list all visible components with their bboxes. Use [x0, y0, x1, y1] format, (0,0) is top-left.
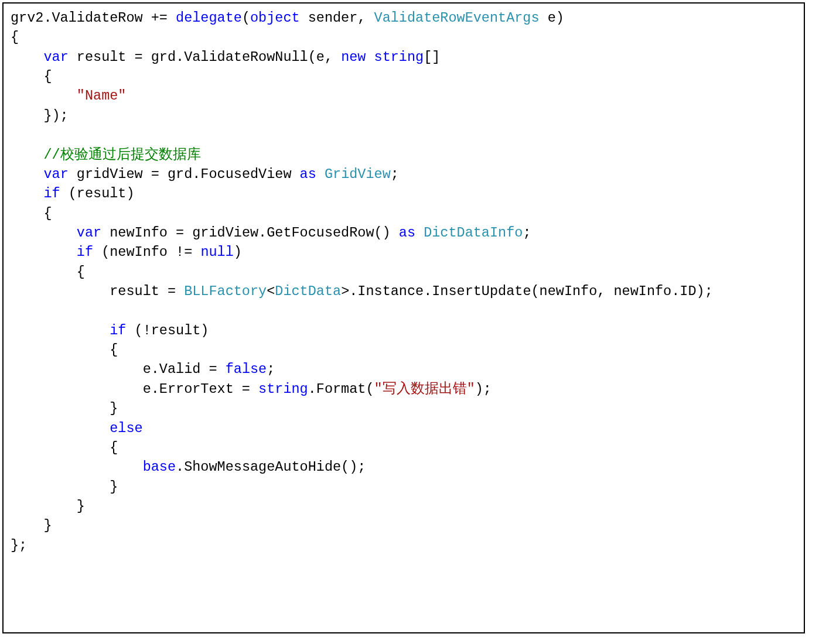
code-block: grv2.ValidateRow += delegate(object send…: [11, 8, 797, 555]
code-token: .Format(: [308, 381, 374, 397]
code-token: (!result): [126, 323, 209, 338]
code-token: if: [77, 244, 93, 260]
code-token: "Name": [77, 88, 127, 104]
code-token: e.Valid =: [11, 361, 226, 377]
code-token: ;: [267, 361, 275, 377]
code-token: object: [250, 10, 300, 26]
code-token: [11, 49, 43, 65]
code-token: new: [341, 49, 366, 65]
code-token: [415, 225, 424, 241]
code-token: {: [11, 342, 118, 358]
code-token: sender,: [300, 10, 374, 26]
code-token: if: [43, 186, 60, 201]
code-token: var: [43, 49, 68, 65]
code-token: [11, 166, 43, 182]
code-token: .ShowMessageAutoHide();: [176, 459, 366, 475]
code-token: gridView = grd.FocusedView: [69, 166, 300, 182]
code-token: {: [11, 68, 52, 84]
code-token: ;: [391, 166, 399, 182]
code-token: GridView: [325, 166, 391, 182]
code-container: grv2.ValidateRow += delegate(object send…: [2, 2, 805, 633]
code-token: newInfo = gridView.GetFocusedRow(): [101, 225, 399, 241]
code-token: e.ErrorText =: [11, 381, 258, 397]
code-token: {: [11, 264, 85, 280]
code-token: DictData: [275, 283, 341, 299]
code-token: (newInfo !=: [93, 244, 200, 260]
code-token: as: [300, 166, 316, 182]
code-token: as: [399, 225, 415, 241]
code-token: }: [11, 479, 118, 495]
code-token: [11, 147, 43, 163]
code-token: DictDataInfo: [424, 225, 523, 241]
code-token: {: [11, 440, 118, 455]
code-token: else: [110, 420, 142, 436]
code-token: result = grd.ValidateRowNull(e,: [69, 49, 341, 65]
code-token: delegate: [176, 10, 242, 26]
code-token: {: [11, 205, 52, 221]
code-token: base: [143, 459, 176, 475]
code-token: []: [424, 49, 440, 65]
code-token: string: [258, 381, 308, 397]
code-token: var: [43, 166, 68, 182]
code-token: false: [226, 361, 267, 377]
code-token: }: [11, 498, 85, 514]
code-token: if: [110, 323, 126, 338]
code-token: [11, 459, 143, 475]
code-token: }: [11, 400, 118, 416]
code-token: [11, 420, 110, 436]
code-token: [11, 323, 110, 338]
code-token: (: [242, 10, 250, 26]
code-token: [11, 244, 77, 260]
code-token: ValidateRowEventArgs: [374, 10, 540, 26]
code-token: string: [374, 49, 424, 65]
code-token: [11, 186, 43, 201]
code-token: ;: [523, 225, 531, 241]
code-token: [316, 166, 325, 182]
code-token: }: [11, 518, 52, 533]
code-token: result =: [11, 283, 184, 299]
code-token: [11, 88, 77, 104]
code-token: {: [11, 29, 19, 45]
code-token: e): [540, 10, 564, 26]
code-token: });: [11, 108, 69, 124]
code-token: );: [475, 381, 492, 397]
code-token: "写入数据出错": [374, 381, 475, 397]
code-token: grv2.ValidateRow +=: [11, 10, 176, 26]
code-token: <: [267, 283, 275, 299]
code-token: [366, 49, 374, 65]
code-token: (result): [60, 186, 135, 201]
code-token: >.Instance.InsertUpdate(newInfo, newInfo…: [341, 283, 713, 299]
code-token: var: [77, 225, 101, 241]
code-token: [11, 225, 77, 241]
code-token: //校验通过后提交数据库: [43, 147, 200, 163]
code-token: };: [11, 537, 27, 553]
code-token: BLLFactory: [184, 283, 267, 299]
code-token: ): [234, 244, 242, 260]
code-token: null: [200, 244, 233, 260]
